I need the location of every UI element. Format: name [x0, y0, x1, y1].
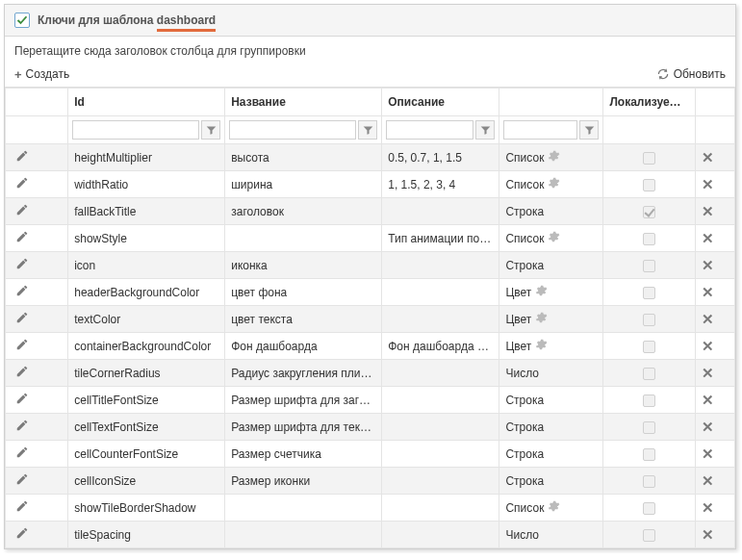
refresh-button[interactable]: Обновить	[656, 67, 726, 81]
filter-input-id[interactable]	[72, 120, 199, 140]
delete-icon[interactable]: ✕	[702, 365, 714, 381]
localizable-checkbox[interactable]	[643, 314, 655, 326]
localizable-checkbox[interactable]	[643, 475, 655, 488]
delete-icon[interactable]: ✕	[702, 149, 714, 165]
delete-icon[interactable]: ✕	[702, 526, 714, 543]
filter-button-name[interactable]	[358, 120, 377, 140]
create-button[interactable]: + Создать	[14, 67, 69, 81]
cell-desc	[382, 306, 499, 333]
cell-name: иконка	[225, 252, 382, 279]
panel: Ключи для шаблона dashboard Перетащите с…	[4, 4, 736, 549]
gear-icon[interactable]	[547, 149, 560, 165]
edit-icon[interactable]	[15, 176, 29, 190]
cell-desc	[382, 198, 499, 225]
edit-icon[interactable]	[15, 499, 29, 513]
cell-name: Размер иконки	[225, 468, 382, 495]
header-id[interactable]: Id	[68, 89, 225, 116]
type-label: Строка	[505, 474, 544, 488]
localizable-checkbox[interactable]	[643, 502, 655, 515]
delete-icon[interactable]: ✕	[702, 230, 714, 246]
cell-name: заголовок	[225, 198, 382, 225]
localizable-checkbox[interactable]	[643, 529, 655, 542]
gear-icon[interactable]	[534, 284, 548, 300]
cell-desc: 1, 1.5, 2, 3, 4	[382, 171, 499, 198]
type-label: Список	[505, 232, 544, 245]
localizable-checkbox[interactable]	[643, 395, 655, 407]
localizable-checkbox[interactable]	[643, 287, 655, 299]
delete-icon[interactable]: ✕	[702, 176, 714, 192]
edit-icon[interactable]	[15, 149, 29, 163]
filter-button-id[interactable]	[201, 120, 220, 140]
cell-id: textColor	[68, 306, 225, 333]
header-name[interactable]: Название	[225, 89, 382, 116]
localizable-checkbox[interactable]	[643, 260, 655, 272]
header-loc[interactable]: Локализуемый	[603, 89, 696, 116]
edit-icon[interactable]	[15, 230, 29, 243]
localizable-checkbox[interactable]	[643, 152, 655, 165]
edit-icon[interactable]	[15, 445, 29, 459]
cell-name	[225, 225, 382, 252]
type-label: Список	[505, 178, 544, 191]
edit-icon[interactable]	[15, 284, 29, 297]
edit-icon[interactable]	[15, 365, 29, 378]
delete-icon[interactable]: ✕	[702, 472, 714, 489]
gear-icon[interactable]	[534, 311, 548, 327]
cell-localizable	[603, 171, 696, 198]
delete-icon[interactable]: ✕	[702, 499, 714, 516]
edit-icon[interactable]	[15, 338, 29, 351]
cell-type: Список	[499, 495, 603, 522]
edit-icon[interactable]	[15, 472, 29, 486]
cell-type: Строка	[499, 468, 603, 495]
table-row: textColorцвет текстаЦвет✕	[6, 306, 735, 333]
cell-localizable	[603, 468, 696, 495]
table-row: cellIconSizeРазмер иконкиСтрока✕	[6, 468, 735, 495]
edit-icon[interactable]	[15, 419, 29, 432]
edit-icon[interactable]	[15, 203, 29, 216]
delete-icon[interactable]: ✕	[702, 203, 714, 219]
cell-id: widthRatio	[68, 171, 225, 198]
refresh-label: Обновить	[674, 67, 726, 81]
localizable-checkbox[interactable]	[643, 233, 655, 245]
cell-id: cellTitleFontSize	[68, 387, 225, 414]
localizable-checkbox[interactable]	[643, 421, 655, 434]
localizable-checkbox[interactable]	[643, 179, 655, 191]
delete-icon[interactable]: ✕	[702, 311, 714, 327]
cell-desc	[382, 441, 499, 468]
type-label: Цвет	[505, 340, 531, 353]
localizable-checkbox[interactable]	[643, 206, 655, 218]
cell-id: tileCornerRadius	[68, 360, 225, 387]
cell-localizable	[603, 252, 696, 279]
filter-button-desc[interactable]	[475, 120, 495, 140]
edit-icon[interactable]	[15, 311, 29, 324]
filter-button-type[interactable]	[579, 120, 599, 140]
localizable-checkbox[interactable]	[643, 368, 655, 380]
filter-input-desc[interactable]	[386, 120, 473, 140]
delete-icon[interactable]: ✕	[702, 284, 714, 300]
filter-input-type[interactable]	[503, 120, 577, 140]
cell-id: tileSpacing	[68, 522, 225, 548]
delete-icon[interactable]: ✕	[702, 445, 714, 462]
cell-desc	[382, 387, 499, 414]
gear-icon[interactable]	[547, 230, 560, 246]
data-grid: Id Название Описание Локализуемый	[5, 88, 735, 548]
cell-id: cellIconSize	[68, 468, 225, 495]
edit-icon[interactable]	[15, 526, 29, 540]
edit-icon[interactable]	[15, 257, 29, 270]
cell-name	[225, 495, 382, 522]
delete-icon[interactable]: ✕	[702, 392, 714, 408]
edit-icon[interactable]	[15, 392, 29, 405]
delete-icon[interactable]: ✕	[702, 419, 714, 435]
group-drop-hint[interactable]: Перетащите сюда заголовок столбца для гр…	[5, 37, 735, 64]
cell-type: Строка	[499, 387, 603, 414]
delete-icon[interactable]: ✕	[702, 257, 714, 273]
localizable-checkbox[interactable]	[643, 448, 655, 461]
localizable-checkbox[interactable]	[643, 341, 655, 353]
cell-type: Число	[499, 360, 603, 387]
gear-icon[interactable]	[547, 499, 560, 516]
gear-icon[interactable]	[547, 176, 560, 192]
gear-icon[interactable]	[534, 338, 548, 354]
delete-icon[interactable]: ✕	[702, 338, 714, 354]
header-desc[interactable]: Описание	[382, 89, 499, 116]
cell-localizable	[603, 495, 696, 522]
filter-input-name[interactable]	[229, 120, 356, 140]
